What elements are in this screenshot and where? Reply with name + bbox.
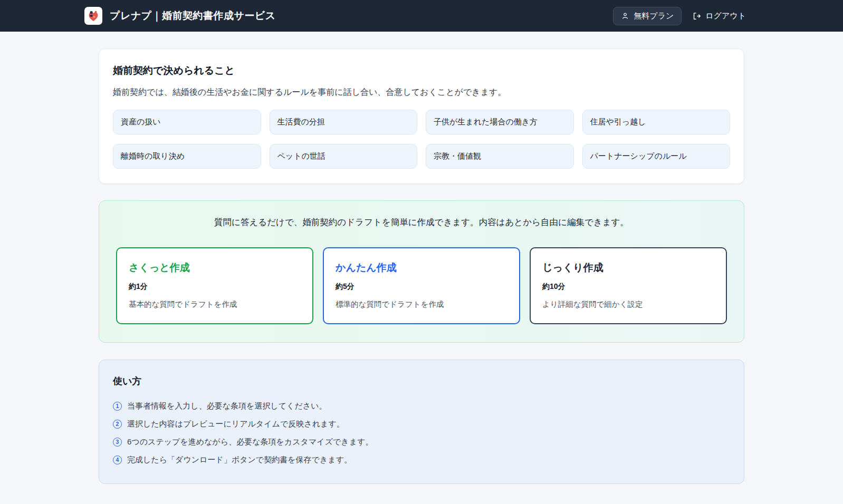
step-number-circle: 4 xyxy=(113,455,122,464)
topic-chip-religion-values: 宗教・価値観 xyxy=(426,144,574,169)
howto-step-1-text: 当事者情報を入力し、必要な条項を選択してください。 xyxy=(127,401,327,411)
howto-section: 使い方 1 当事者情報を入力し、必要な条項を選択してください。 2 選択した内容… xyxy=(99,360,744,484)
plan-badge-label: 無料プラン xyxy=(634,11,674,21)
heart-family-logo-icon xyxy=(87,9,100,23)
mode-detailed-duration: 約10分 xyxy=(542,282,714,292)
topic-chip-divorce-terms: 離婚時の取り決め xyxy=(113,144,261,169)
topics-description: 婚前契約では、結婚後の生活やお金に関するルールを事前に話し合い、合意しておくこと… xyxy=(113,87,730,98)
app-header: プレナプ｜婚前契約書作成サービス 無料プラン ログアウト xyxy=(0,0,843,32)
app-logo xyxy=(84,7,102,25)
topic-chip-children-work: 子供が生まれた場合の働き方 xyxy=(426,110,574,134)
howto-list: 1 当事者情報を入力し、必要な条項を選択してください。 2 選択した内容はプレビ… xyxy=(113,397,730,469)
howto-step-3-text: 6つのステップを進めながら、必要な条項をカスタマイズできます。 xyxy=(127,437,373,447)
topics-chip-grid: 資産の扱い 生活費の分担 子供が生まれた場合の働き方 住居や引っ越し 離婚時の取… xyxy=(113,110,730,169)
mode-easy-duration: 約5分 xyxy=(336,282,507,292)
modes-card-row: さくっと作成 約1分 基本的な質問でドラフトを作成 かんたん作成 約5分 標準的… xyxy=(116,247,727,324)
howto-step-1: 1 当事者情報を入力し、必要な条項を選択してください。 xyxy=(113,397,730,415)
step-number-circle: 2 xyxy=(113,420,122,429)
howto-step-4: 4 完成したら「ダウンロード」ボタンで契約書を保存できます。 xyxy=(113,451,730,469)
mode-quick-duration: 約1分 xyxy=(129,282,301,292)
logout-button[interactable]: ログアウト xyxy=(692,11,746,21)
person-icon xyxy=(621,12,629,20)
howto-title: 使い方 xyxy=(113,375,730,387)
plan-badge[interactable]: 無料プラン xyxy=(613,7,682,25)
mode-detailed-title: じっくり作成 xyxy=(542,261,714,275)
mode-quick-description: 基本的な質問でドラフトを作成 xyxy=(129,299,301,309)
mode-easy-description: 標準的な質問でドラフトを作成 xyxy=(336,299,507,309)
header-actions: 無料プラン ログアウト xyxy=(613,7,830,25)
topic-chip-living-costs: 生活費の分担 xyxy=(270,110,418,134)
topic-chip-pets: ペットの世話 xyxy=(270,144,418,169)
topics-title: 婚前契約で決められること xyxy=(113,64,730,77)
mode-card-detailed[interactable]: じっくり作成 約10分 より詳細な質問で細かく設定 xyxy=(530,247,727,324)
creation-modes-section: 質問に答えるだけで、婚前契約のドラフトを簡単に作成できます。内容はあとから自由に… xyxy=(99,200,744,343)
page-title: プレナプ｜婚前契約書作成サービス xyxy=(110,9,276,23)
howto-step-4-text: 完成したら「ダウンロード」ボタンで契約書を保存できます。 xyxy=(127,455,352,465)
topic-chip-partnership-rules: パートナーシップのルール xyxy=(582,144,731,169)
logout-icon xyxy=(692,12,701,21)
howto-step-2: 2 選択した内容はプレビューにリアルタイムで反映されます。 xyxy=(113,415,730,433)
mode-card-easy[interactable]: かんたん作成 約5分 標準的な質問でドラフトを作成 xyxy=(323,247,520,324)
logout-label: ログアウト xyxy=(705,11,746,21)
modes-banner-text: 質問に答えるだけで、婚前契約のドラフトを簡単に作成できます。内容はあとから自由に… xyxy=(116,217,727,228)
step-number-circle: 1 xyxy=(113,402,122,411)
main-content: 婚前契約で決められること 婚前契約では、結婚後の生活やお金に関するルールを事前に… xyxy=(99,49,744,504)
mode-card-quick[interactable]: さくっと作成 約1分 基本的な質問でドラフトを作成 xyxy=(116,247,313,324)
howto-step-2-text: 選択した内容はプレビューにリアルタイムで反映されます。 xyxy=(127,419,344,429)
topic-chip-housing: 住居や引っ越し xyxy=(582,110,731,134)
mode-easy-title: かんたん作成 xyxy=(336,261,507,275)
mode-quick-title: さくっと作成 xyxy=(129,261,301,275)
howto-step-3: 3 6つのステップを進めながら、必要な条項をカスタマイズできます。 xyxy=(113,433,730,451)
topic-chip-assets: 資産の扱い xyxy=(113,110,261,134)
topics-card: 婚前契約で決められること 婚前契約では、結婚後の生活やお金に関するルールを事前に… xyxy=(99,49,744,184)
step-number-circle: 3 xyxy=(113,438,122,447)
mode-detailed-description: より詳細な質問で細かく設定 xyxy=(542,299,714,309)
